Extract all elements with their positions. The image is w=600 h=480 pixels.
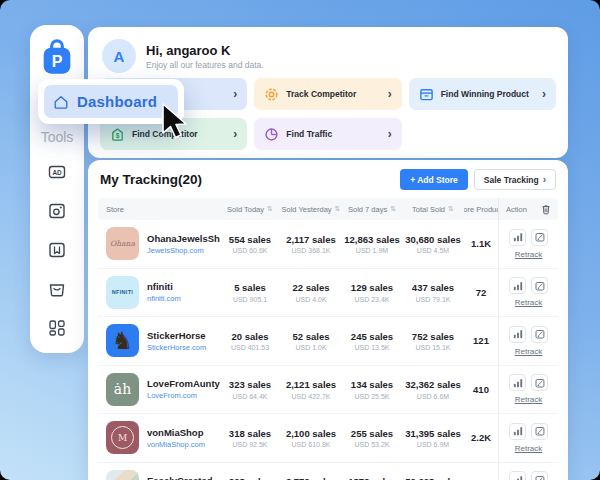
table-row: ȧh LoveFromAuntyHelen LoveFrom.com 323 s… [98, 366, 558, 415]
sold-today-cell: 5 sales USD 905.1 [220, 269, 280, 317]
ads-icon[interactable]: AD [48, 163, 66, 181]
feature-card-find-winning-product[interactable]: Find Winning Product › [409, 78, 556, 110]
table-row: ♞ StickerHorse StickerHorse.com 20 sales… [98, 317, 558, 366]
bookmark-icon[interactable] [48, 241, 66, 259]
edit-button[interactable] [531, 374, 548, 391]
edit-button[interactable] [531, 471, 548, 480]
sort-icon[interactable]: ⇅ [267, 205, 273, 213]
column-total-sold[interactable]: Total Sold⇅ [402, 198, 464, 220]
add-store-button[interactable]: + Add Store [400, 169, 468, 190]
analytics-button[interactable] [509, 423, 526, 440]
store-products-qty: 1.1K [471, 238, 491, 249]
table-row: M vonMiaShop vonMiaShop.com 318 sales US… [98, 414, 558, 463]
chevron-right-icon: › [542, 88, 546, 100]
sold-7days-usd: USD 13.5K [354, 344, 389, 351]
edit-button[interactable] [531, 326, 548, 343]
action-cell: Retrack [498, 463, 558, 480]
sold-today-qty: 323 sales [229, 379, 271, 390]
tracking-title: My Tracking(20) [100, 172, 202, 187]
store-name: StickerHorse [147, 330, 206, 341]
svg-text:$: $ [116, 131, 120, 139]
sold-today-usd: USD 92.5K [232, 441, 267, 448]
store-avatar: M [106, 421, 139, 454]
store-avatar: ȧh [106, 373, 139, 406]
sold-7days-cell: 255 sales USD 53.2K [342, 414, 402, 462]
sold-yesterday-usd: USD 422.7K [292, 393, 331, 400]
store-products-cell: 80.4K [464, 463, 498, 480]
store-products-cell: 410 [464, 366, 498, 414]
retrack-link[interactable]: Retrack [515, 250, 543, 259]
svg-text:AD: AD [52, 169, 62, 176]
store-domain-link[interactable]: vonMiaShop.com [147, 440, 205, 449]
sold-today-usd: USD 905.1 [233, 296, 267, 303]
sold-7days-qty: 134 sales [351, 379, 393, 390]
store-products-qty: 2.2K [471, 432, 491, 443]
total-sold-qty: 50,628 sales [405, 476, 460, 480]
sort-icon[interactable]: ⇅ [390, 205, 396, 213]
app-logo-icon[interactable]: P [41, 39, 73, 75]
feature-label: Track Competitor [286, 89, 356, 99]
store-cell: ȧh LoveFromAuntyHelen LoveFrom.com [98, 366, 220, 414]
sidebar-icons: AD [48, 163, 66, 337]
sold-yesterday-cell: 2,117 sales USD 368.1K [280, 220, 342, 268]
store-domain-link[interactable]: nfiniti.com [147, 294, 181, 303]
edit-button[interactable] [531, 423, 548, 440]
analytics-button[interactable] [509, 471, 526, 480]
store-cell: EaselyCreated EaselyCreated.com [98, 463, 220, 480]
product-scan-icon[interactable] [48, 202, 66, 220]
table-body: Ohana OhanaJewelsShop JewelsShop.com 554… [98, 220, 558, 480]
retrack-link[interactable]: Retrack [515, 298, 543, 307]
column-sold-today[interactable]: Sold Today⇅ [220, 198, 280, 220]
analytics-button[interactable] [509, 326, 526, 343]
dashboard-label: Dashboard [77, 93, 157, 110]
trash-icon[interactable] [541, 204, 551, 215]
retrack-link[interactable]: Retrack [515, 347, 543, 356]
sold-7days-usd: USD 1.9M [356, 247, 388, 254]
store-products-cell: 121 [464, 317, 498, 365]
store-domain-link[interactable]: JewelsShop.com [147, 246, 220, 255]
target-icon [264, 87, 279, 102]
retrack-link[interactable]: Retrack [515, 444, 543, 453]
analytics-button[interactable] [509, 229, 526, 246]
column-sold-yesterday[interactable]: Sold Yesterday⇅ [280, 198, 342, 220]
price-tag-icon: $ [110, 127, 125, 142]
column-sold-7days[interactable]: Sold 7 days⇅ [342, 198, 402, 220]
sort-icon[interactable]: ⇅ [335, 205, 341, 213]
store-cell: ♞ StickerHorse StickerHorse.com [98, 317, 220, 365]
total-sold-cell: 32,362 sales USD 6.6M [402, 366, 464, 414]
sale-tracking-label: Sale Tracking [484, 175, 539, 185]
retrack-link[interactable]: Retrack [515, 395, 543, 404]
store-products-qty: 410 [473, 384, 489, 395]
sidebar-item-dashboard[interactable]: Dashboard [44, 85, 178, 118]
sold-yesterday-usd: USD 1.0K [295, 344, 326, 351]
store-domain-link[interactable]: LoveFrom.com [147, 391, 220, 400]
sold-today-cell: 323 sales USD 64.4K [220, 366, 280, 414]
my-tracking-card: My Tracking(20) + Add Store Sale Trackin… [88, 160, 568, 480]
tools-label: Tools [41, 129, 74, 145]
sold-today-usd: USD 401.53 [231, 344, 269, 351]
edit-button[interactable] [531, 229, 548, 246]
store-name: LoveFromAuntyHelen [147, 378, 220, 389]
sold-today-qty: 318 sales [229, 428, 271, 439]
sale-tracking-button[interactable]: Sale Tracking › [474, 169, 556, 190]
sold-7days-qty: 1873 sales [348, 476, 396, 480]
edit-button[interactable] [531, 277, 548, 294]
sold-today-cell: 328 sales USD 14.4K [220, 463, 280, 480]
feature-card-find-traffic[interactable]: Find Traffic › [254, 118, 401, 150]
apps-grid-icon[interactable] [48, 319, 66, 337]
sort-icon[interactable]: ⇅ [448, 205, 454, 213]
store-basket-icon[interactable] [48, 280, 66, 298]
sold-yesterday-cell: 22 sales USD 4.0K [280, 269, 342, 317]
total-sold-cell: 437 sales USD 79.1K [402, 269, 464, 317]
sold-yesterday-cell: 3,779 sales USD 165.7K [280, 463, 342, 480]
analytics-button[interactable] [509, 374, 526, 391]
user-avatar[interactable]: A [102, 39, 136, 73]
sold-today-cell: 20 sales USD 401.53 [220, 317, 280, 365]
table-row: EaselyCreated EaselyCreated.com 328 sale… [98, 463, 558, 480]
sold-today-usd: USD 60.6K [232, 247, 267, 254]
analytics-button[interactable] [509, 277, 526, 294]
action-cell: Retrack [498, 366, 558, 414]
total-sold-usd: USD 4.5M [417, 247, 449, 254]
store-domain-link[interactable]: StickerHorse.com [147, 343, 206, 352]
feature-card-track-competitor[interactable]: Track Competitor › [254, 78, 401, 110]
